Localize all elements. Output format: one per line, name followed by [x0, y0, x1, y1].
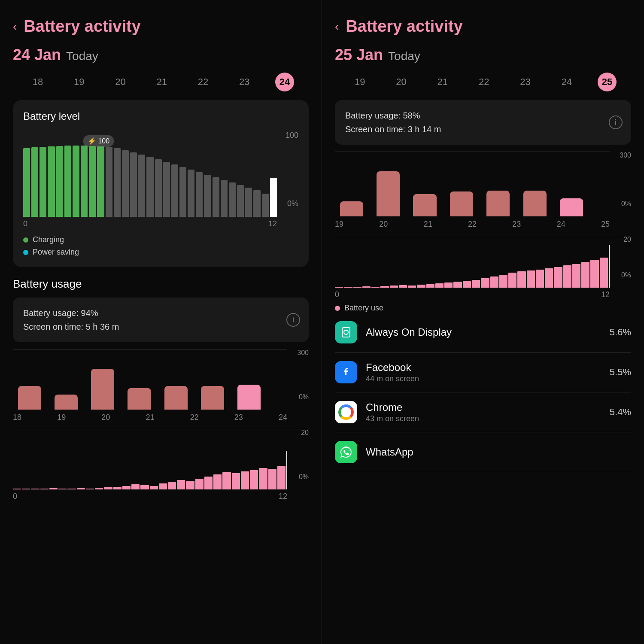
rhbar	[408, 286, 416, 288]
hbar	[232, 473, 240, 489]
rhbar	[590, 260, 598, 288]
weekly-col-21	[123, 388, 156, 410]
chrome-ring	[338, 404, 354, 420]
left-battery-level-card: Battery level ⚡ 100	[13, 100, 309, 267]
right-screen-time: Screen on time: 3 h 14 m	[345, 122, 621, 136]
left-usage-section: Battery usage Battery usage: 94% Screen …	[13, 277, 309, 501]
right-day-20[interactable]: 20	[391, 73, 411, 91]
left-battery-x-0: 0	[23, 219, 27, 228]
rhbar	[545, 268, 553, 288]
weekly-x-21: 21	[146, 413, 154, 422]
app-item-aod[interactable]: Always On Display 5.6%	[335, 313, 631, 352]
left-battery-section-title: Battery level	[23, 110, 298, 122]
right-weekly-x-22: 22	[468, 220, 477, 229]
rhbar	[417, 285, 425, 288]
left-battery-xaxis: 0 12	[23, 219, 298, 228]
app-item-whatsapp[interactable]: WhatsApp	[335, 432, 631, 472]
battery-bar	[138, 155, 145, 217]
battery-bar	[106, 147, 112, 217]
hbar	[13, 489, 21, 489]
aod-app-name: Always On Display	[366, 326, 601, 338]
right-hourly-xaxis: 0 12	[335, 290, 631, 299]
left-weekly-y-bottom: 0%	[299, 393, 309, 401]
weekly-x-20: 20	[101, 413, 110, 422]
right-hourly-current-line	[609, 245, 610, 288]
hbar	[241, 471, 249, 489]
left-day-24-active[interactable]: 24	[275, 73, 294, 91]
rhbar	[399, 285, 407, 288]
left-day-22[interactable]: 22	[193, 73, 213, 91]
left-screen-time: Screen on time: 5 h 36 m	[23, 320, 298, 334]
hbar	[140, 485, 149, 489]
battery-bar	[48, 146, 55, 217]
right-weekly-y-bottom: 0%	[621, 200, 631, 208]
hbar	[95, 488, 103, 489]
left-day-20[interactable]: 20	[110, 73, 131, 91]
rhbar	[371, 287, 380, 288]
weekly-x-23: 23	[234, 413, 243, 422]
left-info-icon[interactable]: i	[286, 313, 300, 327]
rhbar	[527, 270, 535, 288]
hbar	[113, 487, 122, 489]
right-day-24[interactable]: 24	[556, 73, 577, 91]
right-day-21[interactable]: 21	[432, 73, 453, 91]
svg-rect-0	[342, 328, 350, 337]
right-usage-info-card: Battery usage: 58% Screen on time: 3 h 1…	[335, 100, 631, 145]
app-item-chrome[interactable]: Chrome 43 m on screen 5.4%	[335, 392, 631, 432]
left-page-title: Battery activity	[24, 17, 140, 36]
battery-bar	[64, 146, 71, 217]
hbar	[131, 484, 140, 489]
left-day-18[interactable]: 18	[27, 73, 48, 91]
rhbar	[517, 271, 526, 288]
right-weekly-y-top: 300	[620, 152, 631, 159]
left-day-23[interactable]: 23	[234, 73, 255, 91]
right-battery-use-legend: Battery use	[335, 304, 631, 313]
right-date-day: 25 Jan	[335, 46, 383, 64]
right-day-19[interactable]: 19	[349, 73, 370, 91]
power-saving-dot	[23, 250, 28, 255]
hbar	[49, 488, 58, 489]
right-info-icon[interactable]: i	[609, 115, 623, 129]
battery-bar	[146, 157, 153, 217]
right-day-23[interactable]: 23	[515, 73, 535, 91]
app-item-facebook[interactable]: Facebook 44 m on screen 5.5%	[335, 352, 631, 392]
weekly-x-22: 22	[190, 413, 199, 422]
weekly-x-24: 24	[279, 413, 287, 422]
left-weekly-xaxis: 18 19 20 21 22 23 24	[13, 413, 309, 422]
right-back-button[interactable]: ‹	[335, 20, 339, 33]
left-date-row: 24 Jan Today	[13, 46, 309, 64]
weekly-x-19: 19	[57, 413, 66, 422]
right-day-25-active[interactable]: 25	[598, 73, 617, 91]
right-weekly-x-23: 23	[512, 220, 521, 229]
battery-bar	[81, 146, 88, 217]
left-date-qualifier: Today	[66, 49, 98, 63]
battery-bar	[97, 146, 104, 217]
facebook-app-sub: 44 m on screen	[366, 374, 601, 383]
battery-bar	[89, 146, 96, 217]
left-day-19[interactable]: 19	[69, 73, 89, 91]
left-day-selector[interactable]: 18 19 20 21 22 23 24	[13, 73, 309, 91]
hbar	[195, 479, 204, 489]
aod-app-icon	[335, 321, 357, 343]
right-weekly-bar-21	[413, 194, 436, 216]
facebook-app-info: Facebook 44 m on screen	[366, 361, 601, 383]
battery-bar	[229, 182, 236, 217]
rhbar	[390, 286, 398, 288]
left-day-21[interactable]: 21	[151, 73, 172, 91]
hbar	[186, 481, 194, 489]
battery-y-top: 100	[286, 131, 298, 140]
battery-bar	[245, 188, 252, 217]
right-weekly-bar-19	[340, 201, 363, 216]
battery-bar	[39, 147, 46, 217]
rhbar	[600, 258, 608, 288]
rhbar	[499, 275, 507, 288]
left-date-day: 24 Jan	[13, 46, 61, 64]
rhbar	[472, 280, 480, 288]
right-day-selector[interactable]: 19 20 21 22 23 24 25	[335, 73, 631, 91]
left-back-button[interactable]: ‹	[13, 20, 17, 33]
aod-app-info: Always On Display	[366, 326, 601, 338]
left-legend: Charging Power saving	[23, 235, 298, 257]
right-weekly-x-21: 21	[424, 220, 432, 229]
right-day-22[interactable]: 22	[474, 73, 494, 91]
left-legend-charging: Charging	[23, 235, 298, 244]
